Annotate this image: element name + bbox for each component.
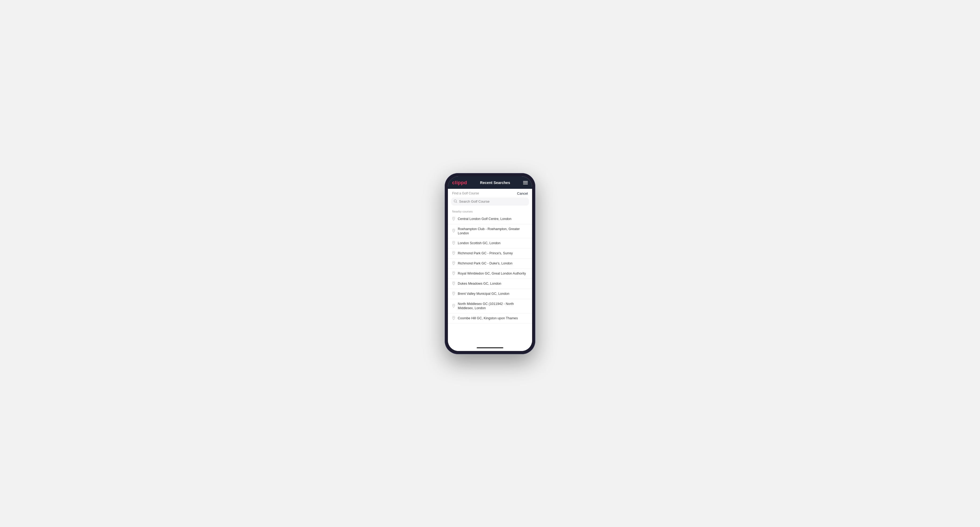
menu-icon[interactable] [523,181,528,184]
scene: clippd Recent Searches Find a Golf Cours… [0,0,980,527]
svg-line-1 [456,202,457,203]
course-name: Dukes Meadows GC, London [458,281,501,286]
cancel-button[interactable]: Cancel [517,192,528,195]
svg-point-4 [453,242,454,243]
search-container [448,198,532,208]
phone-device: clippd Recent Searches Find a Golf Cours… [445,173,535,354]
course-name: Royal Wimbledon GC, Great London Authori… [458,271,526,276]
location-pin-icon [452,241,455,246]
svg-point-8 [453,282,454,283]
menu-line-1 [523,181,528,182]
location-pin-icon [452,251,455,256]
course-list-item[interactable]: Central London Golf Centre, London [448,214,532,224]
course-list: Central London Golf Centre, London Roeha… [448,214,532,344]
home-indicator [448,344,532,351]
location-pin-icon [452,292,455,296]
home-bar [477,347,503,348]
app-logo: clippd [452,180,467,186]
course-list-item[interactable]: Dukes Meadows GC, London [448,279,532,289]
nearby-section-header: Nearby courses [448,208,532,214]
nav-title: Recent Searches [480,181,510,185]
location-pin-icon [452,271,455,276]
course-list-item[interactable]: London Scottish GC, London [448,238,532,248]
course-list-item[interactable]: Roehampton Club - Roehampton, Greater Lo… [448,224,532,239]
search-icon [454,200,457,204]
svg-point-2 [453,217,454,218]
course-name: Central London Golf Centre, London [458,217,512,221]
course-name: London Scottish GC, London [458,241,501,245]
menu-line-3 [523,184,528,184]
nav-bar: clippd Recent Searches [448,176,532,189]
course-name: Roehampton Club - Roehampton, Greater Lo… [458,227,528,236]
course-list-item[interactable]: Coombe Hill GC, Kingston upon Thames [448,313,532,324]
location-pin-icon [452,316,455,321]
content-area: Find a Golf Course Cancel [448,189,532,351]
course-list-item[interactable]: North Middlesex GC (1011942 - North Midd… [448,299,532,313]
find-label: Find a Golf Course [452,192,479,195]
menu-line-2 [523,183,528,183]
course-name: Coombe Hill GC, Kingston upon Thames [458,316,518,321]
course-name: North Middlesex GC (1011942 - North Midd… [458,302,528,311]
svg-point-6 [453,262,454,263]
location-pin-icon [452,217,455,221]
location-pin-icon [452,281,455,286]
course-list-item[interactable]: Richmond Park GC - Prince's, Surrey [448,248,532,259]
course-list-item[interactable]: Brent Valley Municipal GC, London [448,289,532,299]
find-header: Find a Golf Course Cancel [448,189,532,198]
course-name: Brent Valley Municipal GC, London [458,292,509,296]
svg-point-9 [453,292,454,293]
course-list-item[interactable]: Royal Wimbledon GC, Great London Authori… [448,269,532,279]
location-pin-icon [452,229,455,233]
phone-screen: clippd Recent Searches Find a Golf Cours… [448,176,532,351]
location-pin-icon [452,304,455,308]
course-list-item[interactable]: Richmond Park GC - Duke's, London [448,259,532,269]
course-name: Richmond Park GC - Duke's, London [458,261,512,265]
location-pin-icon [452,261,455,266]
svg-point-11 [453,317,454,318]
svg-point-5 [453,252,454,253]
course-name: Richmond Park GC - Prince's, Surrey [458,251,513,256]
svg-point-7 [453,272,454,273]
svg-point-3 [453,230,454,230]
svg-point-10 [453,305,454,305]
search-input[interactable] [459,200,526,203]
search-box [451,198,529,206]
